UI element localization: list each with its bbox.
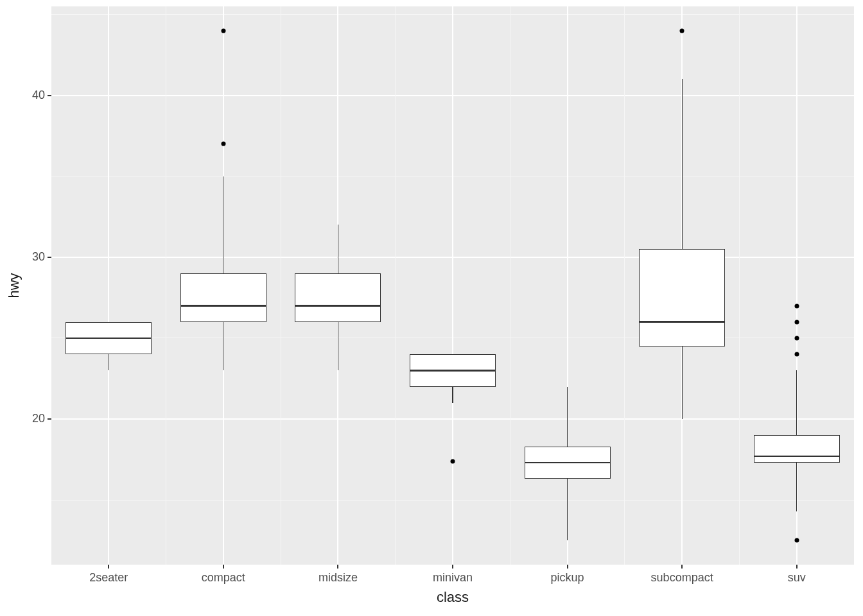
y-tick bbox=[48, 95, 51, 96]
whisker-lower bbox=[682, 346, 683, 419]
outlier-point bbox=[794, 336, 799, 340]
grid-major-v bbox=[108, 6, 109, 565]
x-tick bbox=[223, 565, 224, 569]
x-tick bbox=[108, 565, 109, 569]
whisker-lower bbox=[223, 322, 223, 371]
median-line bbox=[525, 462, 611, 464]
grid-minor-v bbox=[166, 6, 166, 565]
median-line bbox=[295, 305, 381, 307]
grid-minor-v bbox=[510, 6, 510, 565]
x-tick-label: pickup bbox=[551, 571, 584, 585]
whisker-lower bbox=[567, 479, 568, 540]
y-axis-title: hwy bbox=[6, 273, 22, 298]
x-tick bbox=[681, 565, 683, 569]
outlier-point bbox=[451, 459, 455, 463]
whisker-upper bbox=[567, 387, 568, 447]
x-tick bbox=[337, 565, 338, 569]
grid-major-v bbox=[452, 6, 453, 565]
outlier-point bbox=[794, 352, 799, 357]
y-tick bbox=[48, 418, 51, 420]
grid-minor-v bbox=[395, 6, 396, 565]
outlier-point bbox=[221, 28, 225, 33]
x-tick-label: midsize bbox=[318, 571, 358, 585]
outlier-point bbox=[794, 304, 799, 308]
x-tick-label: compact bbox=[202, 571, 245, 585]
x-tick bbox=[567, 565, 568, 569]
median-line bbox=[410, 370, 496, 372]
x-tick-label: minivan bbox=[433, 571, 473, 585]
whisker-lower bbox=[452, 387, 453, 403]
outlier-point bbox=[794, 320, 799, 324]
median-line bbox=[754, 456, 840, 458]
whisker-upper bbox=[682, 79, 683, 249]
box bbox=[754, 435, 840, 463]
y-tick-label: 30 bbox=[32, 250, 45, 264]
boxplot-chart: 2030402seatercompactmidsizeminivanpickup… bbox=[0, 0, 863, 616]
whisker-lower bbox=[338, 322, 338, 371]
x-axis-title: class bbox=[437, 589, 469, 606]
x-tick-label: suv bbox=[788, 571, 806, 585]
x-tick bbox=[452, 565, 453, 569]
y-tick-label: 20 bbox=[32, 412, 45, 425]
grid-minor-v bbox=[739, 6, 740, 565]
box bbox=[295, 273, 381, 322]
box bbox=[180, 273, 266, 322]
outlier-point bbox=[680, 28, 684, 33]
whisker-upper bbox=[796, 370, 797, 435]
median-line bbox=[639, 321, 725, 323]
y-tick bbox=[48, 257, 51, 258]
median-line bbox=[180, 305, 266, 307]
x-tick bbox=[796, 565, 798, 569]
whisker-lower bbox=[796, 463, 797, 511]
whisker-upper bbox=[223, 176, 223, 273]
box bbox=[639, 249, 725, 346]
grid-minor-v bbox=[624, 6, 625, 565]
x-tick-label: 2seater bbox=[89, 571, 128, 585]
y-tick-label: 40 bbox=[32, 89, 45, 102]
whisker-upper bbox=[338, 225, 338, 273]
median-line bbox=[65, 338, 152, 339]
grid-minor-v bbox=[281, 6, 281, 565]
outlier-point bbox=[221, 142, 225, 146]
whisker-lower bbox=[109, 354, 109, 370]
x-tick-label: subcompact bbox=[651, 571, 713, 585]
outlier-point bbox=[794, 538, 799, 543]
